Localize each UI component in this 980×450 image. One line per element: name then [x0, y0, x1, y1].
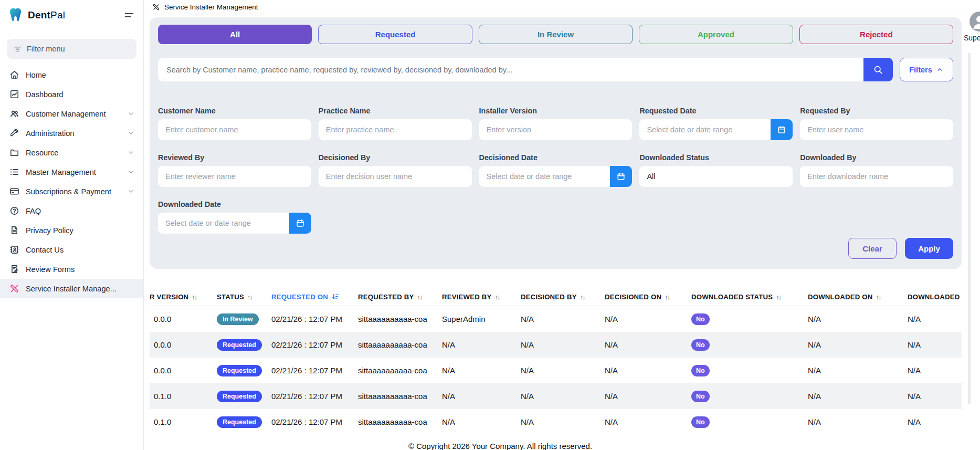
status-badge: No	[691, 416, 710, 428]
tab-rejected[interactable]: Rejected	[799, 25, 953, 44]
downloaded-by-input[interactable]	[800, 166, 953, 187]
sidebar-item-label: Service Installer Manage...	[26, 285, 117, 293]
column-header-reviewed-by[interactable]: REVIEWED BY↑↓	[438, 293, 517, 301]
filter-field-decisioned-by: Decisioned By	[319, 153, 472, 187]
column-header-requested-on[interactable]: REQUESTED ON	[267, 292, 354, 301]
sort-updown-icon: ↑↓	[495, 293, 501, 301]
cell-version: 0.0.0	[150, 315, 213, 323]
cell-version: 0.0.0	[150, 366, 213, 375]
calendar-icon[interactable]	[771, 119, 793, 140]
sidebar-item-label: Subscriptions & Payment	[26, 187, 111, 196]
calendar-icon[interactable]	[610, 166, 632, 187]
downloaded-status-select[interactable]: All	[639, 166, 793, 187]
cell-downloaded_by: N/A	[903, 340, 962, 349]
sidebar-item-home[interactable]: Home	[0, 65, 143, 85]
filter-actions: Clear Apply	[158, 238, 953, 259]
tools-icon	[9, 284, 19, 294]
filter-fields: Customer NamePractice NameInstaller Vers…	[158, 107, 953, 234]
sidebar-item-faq[interactable]: FAQ	[0, 201, 143, 221]
filter-field-requested-date: Requested Date	[639, 107, 793, 140]
filter-field-label: Downloaded By	[800, 153, 953, 162]
sidebar-item-service-installer-manage[interactable]: Service Installer Manage...	[0, 279, 143, 298]
practice-name-input[interactable]	[319, 119, 472, 140]
sidebar-item-contact-us[interactable]: Contact Us	[0, 240, 143, 259]
clear-button[interactable]: Clear	[848, 238, 897, 259]
table-row: 0.1.0Requested02/21/26 : 12:07 PMsittaaa…	[150, 383, 962, 409]
column-header-downloaded-by[interactable]: DOWNLOADED BY↑↓	[903, 293, 962, 301]
sidebar-item-subscriptions-payment[interactable]: Subscriptions & Payment	[0, 182, 143, 201]
column-header-r-version[interactable]: R VERSION↑↓	[150, 293, 213, 301]
sidebar-item-label: Resource	[26, 149, 58, 157]
cell-decisioned_by: N/A	[517, 366, 600, 375]
question-circle-icon	[9, 206, 19, 216]
calendar-icon[interactable]	[289, 213, 311, 234]
vertical-scrollbar[interactable]	[968, 53, 971, 404]
cell-downloaded_on: N/A	[804, 340, 903, 349]
filter-field-decisioned-date: Decisioned Date	[479, 153, 633, 187]
sidebar-nav: HomeDashboardCustomer ManagementAdminist…	[0, 65, 143, 298]
sidebar-item-dashboard[interactable]: Dashboard	[0, 85, 143, 104]
cell-status: Requested	[213, 391, 267, 402]
document-icon	[9, 225, 19, 235]
cell-version: 0.1.0	[150, 392, 213, 401]
sidebar-collapse-icon[interactable]	[123, 9, 135, 21]
sidebar-item-master-management[interactable]: Master Management	[0, 162, 143, 182]
tab-approved[interactable]: Approved	[639, 25, 793, 44]
wrench-icon	[9, 128, 19, 138]
sidebar-item-review-forms[interactable]: Review Forms	[0, 259, 143, 279]
sidebar-item-customer-management[interactable]: Customer Management	[0, 104, 143, 123]
filter-field-label: Practice Name	[319, 107, 472, 115]
tab-in-review[interactable]: In Review	[479, 25, 633, 44]
requested-date-input[interactable]	[639, 119, 771, 140]
home-icon	[9, 70, 19, 80]
credit-card-icon	[9, 186, 19, 196]
cell-decisioned_by: N/A	[517, 340, 600, 349]
column-header-downloaded-on[interactable]: DOWNLOADED ON↑↓	[804, 293, 903, 301]
document-pen-icon	[9, 264, 19, 274]
chevron-down-icon	[127, 129, 135, 137]
sidebar-item-administration[interactable]: Administration	[0, 123, 143, 143]
cell-status: Requested	[213, 416, 267, 428]
column-header-decisioned-on[interactable]: DECISIONED ON↑↓	[600, 293, 687, 301]
cell-version: 0.1.0	[150, 417, 213, 426]
filter-card: AllRequestedIn ReviewApprovedRejected Fi…	[150, 17, 962, 269]
column-header-downloaded-status[interactable]: DOWNLOADED STATUS↑↓	[687, 293, 804, 301]
search-button[interactable]	[863, 58, 893, 81]
column-header-requested-by[interactable]: REQUESTED BY↑↓	[354, 293, 438, 301]
column-header-decisioned-by[interactable]: DECISIONED BY↑↓	[517, 293, 600, 301]
cell-downloaded_status: No	[687, 339, 804, 351]
sort-updown-icon: ↑↓	[876, 293, 882, 301]
apply-button[interactable]: Apply	[905, 238, 953, 259]
installer-version-input[interactable]	[479, 119, 633, 140]
sidebar-item-privacy-policy[interactable]: Privacy Policy	[0, 221, 143, 240]
cell-downloaded_on: N/A	[804, 392, 903, 401]
sidebar-filter-input[interactable]: Filter menu	[7, 39, 136, 59]
status-badge: No	[691, 365, 710, 376]
sidebar-item-resource[interactable]: Resource	[0, 143, 143, 162]
filter-menu-placeholder: Filter menu	[27, 45, 65, 53]
cell-decisioned_on: N/A	[600, 315, 687, 323]
requested-by-input[interactable]	[800, 119, 953, 140]
table-header-row: R VERSION↑↓STATUS↑↓REQUESTED ONREQUESTED…	[150, 288, 962, 306]
status-badge: Requested	[217, 416, 262, 428]
column-header-status[interactable]: STATUS↑↓	[213, 293, 267, 301]
tooth-logo-icon	[7, 7, 24, 23]
search-input[interactable]	[158, 58, 863, 81]
tab-all[interactable]: All	[158, 25, 312, 44]
dashboard-icon	[9, 89, 19, 99]
filter-field-label: Reviewed By	[158, 153, 311, 162]
filter-field-practice-name: Practice Name	[319, 107, 472, 140]
tab-requested[interactable]: Requested	[318, 25, 472, 44]
filters-toggle-button[interactable]: Filters	[900, 58, 953, 81]
brand-name: DentPal	[28, 9, 65, 21]
decisioned-by-input[interactable]	[319, 166, 472, 187]
decisioned-date-input[interactable]	[479, 166, 610, 187]
sort-updown-icon: ↑↓	[665, 293, 671, 301]
filter-field-installer-version: Installer Version	[479, 107, 633, 140]
list-icon	[9, 167, 19, 177]
customer-name-input[interactable]	[158, 119, 311, 140]
cell-downloaded_by: N/A	[903, 417, 962, 426]
downloaded-date-input[interactable]	[158, 213, 289, 234]
reviewed-by-input[interactable]	[158, 166, 311, 187]
sidebar-item-label: Contact Us	[26, 246, 64, 254]
